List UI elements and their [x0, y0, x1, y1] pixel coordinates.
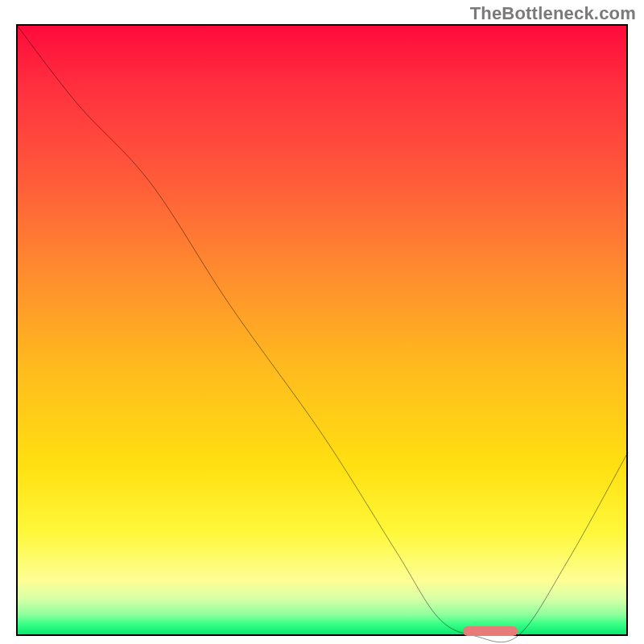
chart-container: TheBottleneck.com	[0, 0, 644, 644]
optimal-range-marker	[463, 626, 518, 636]
watermark-label: TheBottleneck.com	[470, 3, 636, 24]
bottleneck-curve	[16, 24, 628, 636]
plot-area	[16, 24, 628, 636]
